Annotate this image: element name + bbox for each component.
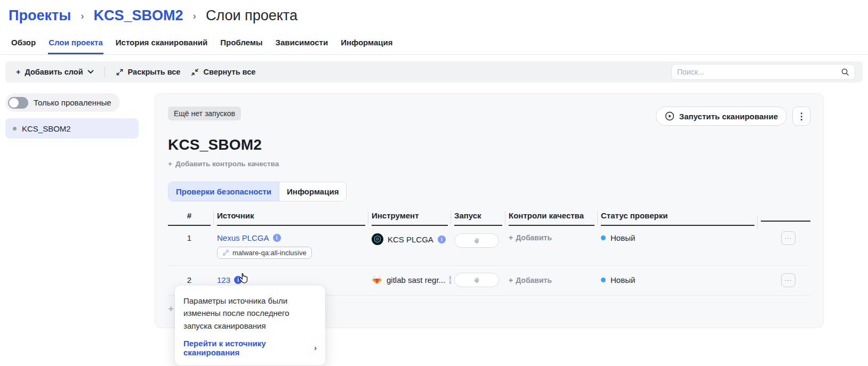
status-dot-icon: [601, 235, 606, 240]
only-failed-toggle[interactable]: Только проваленные: [5, 93, 120, 112]
tab-card-information[interactable]: Информация: [279, 182, 346, 201]
source-link[interactable]: Nexus PLCGA: [217, 233, 269, 242]
run-scan-button[interactable]: Запустить сканирование: [656, 107, 787, 126]
source-tag-label: malware-qa:all-inclusive: [232, 249, 307, 257]
search-icon[interactable]: [841, 68, 849, 76]
status-label: Новый: [610, 233, 635, 242]
column-header-num: #: [168, 211, 211, 226]
tooltip-message: Параметры источника были изменены после …: [183, 295, 317, 332]
column-header-run: Запуск: [454, 211, 502, 226]
run-cell: [454, 231, 502, 248]
plus-icon: +: [509, 276, 513, 284]
chevron-right-icon: ›: [314, 343, 317, 352]
tool-name: KCS PLCGA: [388, 235, 433, 244]
add-layer-button[interactable]: + Добавить слой: [11, 61, 99, 83]
source-link[interactable]: 123: [217, 275, 230, 284]
go-to-scan-source-link[interactable]: Перейти к источнику сканирования ›: [183, 339, 317, 357]
collapse-all-button[interactable]: Свернуть все: [186, 61, 261, 83]
ellipsis-icon: ···: [785, 235, 792, 241]
tool-cell: gitlab sast regr... i: [372, 275, 448, 286]
breadcrumb: Проекты › KCS_SBOM2 › Слои проекта: [0, 0, 868, 24]
hand-icon: [473, 276, 480, 284]
tab-information[interactable]: Информация: [340, 35, 393, 54]
card-menu-button[interactable]: ⋮: [792, 107, 810, 126]
check-status-cell: Новый: [601, 231, 754, 242]
no-runs-badge: Ещё нет запусков: [168, 107, 241, 120]
breadcrumb-project-link[interactable]: KCS_SBOM2: [94, 7, 183, 24]
column-header-source: Источник: [217, 211, 365, 226]
project-layers-page: Проекты › KCS_SBOM2 › Слои проекта Обзор…: [0, 0, 868, 366]
column-header-actions: [761, 216, 810, 222]
info-icon[interactable]: i: [234, 276, 242, 284]
ellipsis-icon: ···: [785, 277, 792, 283]
status-label: Новый: [610, 275, 635, 284]
row-number: 2: [168, 275, 211, 284]
add-quality-control-button[interactable]: + Добавить контроль качества: [168, 160, 810, 168]
source-cell: 123 i: [217, 275, 365, 285]
tab-problems[interactable]: Проблемы: [220, 35, 263, 54]
quality-controls-cell: + Добавить: [509, 276, 594, 284]
source-tag[interactable]: malware-qa:all-inclusive: [217, 247, 312, 259]
plus-icon: +: [16, 68, 20, 76]
breadcrumb-projects-link[interactable]: Проекты: [9, 7, 71, 24]
tab-scan-history[interactable]: История сканирований: [115, 35, 208, 54]
info-icon[interactable]: i: [449, 276, 451, 284]
play-circle-icon: [665, 111, 674, 121]
status-dot-icon: [601, 278, 606, 282]
layer-title: KCS_SBOM2: [168, 136, 810, 153]
expand-all-button[interactable]: Раскрыть все: [110, 61, 186, 83]
add-quality-control-label: Добавить контроль качества: [175, 160, 279, 168]
kcs-tool-logo-icon: [372, 233, 383, 245]
source-cell: Nexus PLCGA i malware-qa:all-inclusive: [217, 231, 365, 259]
add-quality-control-row-button[interactable]: + Добавить: [509, 233, 594, 242]
row-menu-button[interactable]: ···: [781, 273, 795, 287]
tab-security-checks[interactable]: Проверки безопасности: [168, 182, 279, 201]
manual-run-toggle[interactable]: [454, 273, 499, 287]
add-quality-control-row-button[interactable]: + Добавить: [509, 276, 594, 284]
collapse-all-label: Свернуть все: [203, 68, 255, 76]
tab-dependencies[interactable]: Зависимости: [275, 35, 329, 54]
tab-project-layers[interactable]: Слои проекта: [48, 35, 103, 54]
breadcrumb-separator-icon: ›: [81, 10, 84, 22]
table-header-row: # Источник Инструмент Запуск Контроли ка…: [168, 211, 810, 226]
check-status-cell: Новый: [601, 275, 754, 284]
graph-tag-icon: [222, 249, 229, 256]
column-header-quality-controls: Контроли качества: [509, 211, 594, 226]
content-area: Только проваленные KCS_SBOM2 Ещё нет зап…: [0, 83, 868, 328]
add-layer-label: Добавить слой: [25, 68, 83, 76]
toolbar-divider: [105, 67, 105, 77]
card-inner-tabs: Проверки безопасности Информация: [168, 182, 347, 201]
search-input[interactable]: [677, 68, 841, 76]
expand-all-icon: [116, 68, 124, 76]
quality-controls-cell: + Добавить: [509, 231, 594, 242]
tool-cell: KCS PLCGA i: [372, 231, 448, 245]
tool-name: gitlab sast regr...: [387, 275, 445, 284]
table-row: 1 Nexus PLCGA i malware-qa:all-inclusive: [168, 226, 810, 266]
add-label: Добавить: [516, 276, 552, 284]
row-number: 1: [168, 231, 211, 242]
plus-icon: +: [509, 233, 513, 242]
hand-icon: [473, 237, 480, 245]
project-tabs: Обзор Слои проекта История сканирований …: [0, 35, 868, 55]
sidebar-item-kcs-sbom2[interactable]: KCS_SBOM2: [5, 118, 139, 139]
info-icon[interactable]: i: [438, 235, 446, 243]
layers-sidebar: Только проваленные KCS_SBOM2: [5, 93, 149, 139]
only-failed-label: Только проваленные: [34, 98, 111, 107]
card-actions: Запустить сканирование ⋮: [656, 107, 810, 126]
layers-toolbar: + Добавить слой Раскрыть все Свернуть вс…: [5, 61, 863, 83]
info-icon[interactable]: i: [273, 234, 281, 242]
layer-status-dot-icon: [13, 127, 17, 131]
row-menu-button[interactable]: ···: [781, 231, 795, 245]
kebab-icon: ⋮: [797, 111, 806, 122]
manual-run-toggle[interactable]: [454, 233, 499, 248]
gitlab-logo-icon: [372, 275, 382, 286]
go-to-scan-source-label: Перейти к источнику сканирования: [183, 339, 309, 357]
add-label: Добавить: [516, 233, 552, 242]
chevron-down-icon: [87, 70, 94, 74]
toggle-switch-icon[interactable]: [8, 97, 28, 109]
tab-overview[interactable]: Обзор: [11, 35, 36, 54]
column-header-tool: Инструмент: [372, 211, 448, 226]
collapse-all-icon: [191, 68, 199, 76]
plus-icon: +: [168, 160, 172, 168]
page-title: Слои проекта: [206, 7, 298, 24]
